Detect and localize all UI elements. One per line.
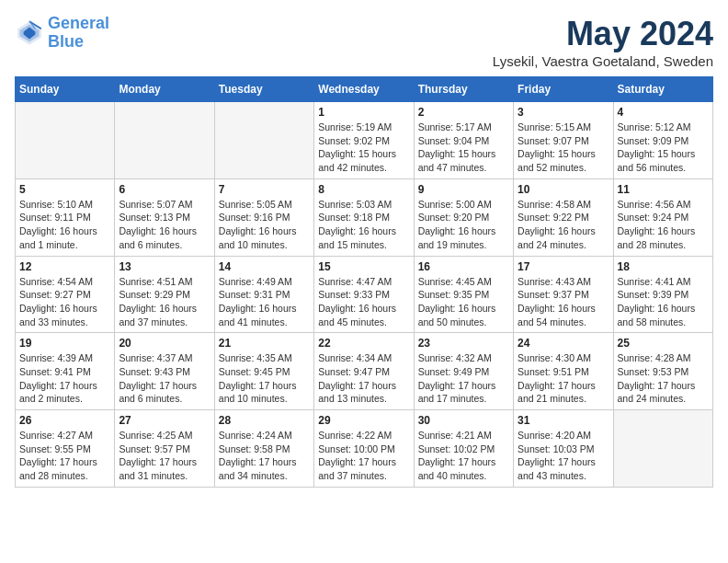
cell-info-text: Sunrise: 4:47 AM Sunset: 9:33 PM Dayligh…	[318, 275, 409, 329]
month-title: May 2024	[493, 15, 713, 53]
cell-info-text: Sunrise: 5:10 AM Sunset: 9:11 PM Dayligh…	[19, 198, 110, 252]
cell-info-text: Sunrise: 4:43 AM Sunset: 9:37 PM Dayligh…	[518, 275, 609, 329]
cell-info-text: Sunrise: 4:24 AM Sunset: 9:58 PM Dayligh…	[219, 429, 310, 483]
cell-date-number: 13	[119, 260, 210, 273]
calendar-cell: 12Sunrise: 4:54 AM Sunset: 9:27 PM Dayli…	[16, 256, 115, 333]
calendar-cell: 11Sunrise: 4:56 AM Sunset: 9:24 PM Dayli…	[613, 178, 712, 256]
cell-date-number: 10	[518, 183, 609, 196]
calendar-cell: 5Sunrise: 5:10 AM Sunset: 9:11 PM Daylig…	[16, 178, 115, 256]
cell-date-number: 9	[418, 183, 509, 196]
calendar-cell: 20Sunrise: 4:37 AM Sunset: 9:43 PM Dayli…	[115, 333, 214, 410]
calendar-cell: 1Sunrise: 5:19 AM Sunset: 9:02 PM Daylig…	[314, 102, 414, 179]
calendar-cell: 8Sunrise: 5:03 AM Sunset: 9:18 PM Daylig…	[314, 178, 414, 256]
weekday-header-saturday: Saturday	[613, 77, 712, 102]
cell-info-text: Sunrise: 5:05 AM Sunset: 9:16 PM Dayligh…	[219, 198, 310, 252]
cell-info-text: Sunrise: 4:20 AM Sunset: 10:03 PM Daylig…	[518, 429, 609, 483]
cell-info-text: Sunrise: 4:56 AM Sunset: 9:24 PM Dayligh…	[618, 198, 709, 252]
cell-info-text: Sunrise: 4:37 AM Sunset: 9:43 PM Dayligh…	[119, 351, 210, 406]
cell-info-text: Sunrise: 4:49 AM Sunset: 9:31 PM Dayligh…	[219, 275, 310, 329]
calendar-cell	[214, 102, 313, 179]
cell-date-number: 30	[418, 414, 509, 427]
cell-date-number: 25	[618, 337, 709, 350]
calendar-cell: 17Sunrise: 4:43 AM Sunset: 9:37 PM Dayli…	[514, 256, 613, 333]
cell-info-text: Sunrise: 4:35 AM Sunset: 9:45 PM Dayligh…	[219, 351, 310, 406]
calendar-cell: 13Sunrise: 4:51 AM Sunset: 9:29 PM Dayli…	[115, 256, 214, 333]
cell-date-number: 17	[518, 260, 609, 273]
calendar-week-4: 19Sunrise: 4:39 AM Sunset: 9:41 PM Dayli…	[16, 333, 713, 410]
page-header: General Blue May 2024 Lysekil, Vaestra G…	[15, 15, 713, 69]
cell-date-number: 21	[219, 337, 310, 350]
calendar-week-2: 5Sunrise: 5:10 AM Sunset: 9:11 PM Daylig…	[16, 178, 713, 256]
cell-date-number: 29	[318, 414, 409, 427]
cell-date-number: 7	[219, 183, 310, 196]
cell-date-number: 23	[418, 337, 509, 350]
weekday-header-sunday: Sunday	[16, 77, 115, 102]
cell-date-number: 1	[318, 106, 409, 119]
calendar-cell: 18Sunrise: 4:41 AM Sunset: 9:39 PM Dayli…	[613, 256, 712, 333]
calendar-cell: 22Sunrise: 4:34 AM Sunset: 9:47 PM Dayli…	[314, 333, 414, 410]
cell-info-text: Sunrise: 5:12 AM Sunset: 9:09 PM Dayligh…	[618, 121, 709, 175]
cell-date-number: 19	[19, 337, 110, 350]
calendar-week-1: 1Sunrise: 5:19 AM Sunset: 9:02 PM Daylig…	[16, 102, 713, 179]
cell-date-number: 18	[618, 260, 709, 273]
calendar-cell: 16Sunrise: 4:45 AM Sunset: 9:35 PM Dayli…	[414, 256, 513, 333]
cell-date-number: 16	[418, 260, 509, 273]
calendar-cell: 3Sunrise: 5:15 AM Sunset: 9:07 PM Daylig…	[514, 102, 613, 179]
logo-text: General Blue	[48, 15, 109, 52]
calendar-cell: 6Sunrise: 5:07 AM Sunset: 9:13 PM Daylig…	[115, 178, 214, 256]
cell-info-text: Sunrise: 4:28 AM Sunset: 9:53 PM Dayligh…	[618, 351, 709, 406]
title-block: May 2024 Lysekil, Vaestra Goetaland, Swe…	[493, 15, 713, 69]
weekday-header-monday: Monday	[115, 77, 214, 102]
cell-info-text: Sunrise: 4:39 AM Sunset: 9:41 PM Dayligh…	[19, 351, 110, 406]
cell-info-text: Sunrise: 4:51 AM Sunset: 9:29 PM Dayligh…	[119, 275, 210, 329]
cell-info-text: Sunrise: 4:32 AM Sunset: 9:49 PM Dayligh…	[418, 351, 509, 406]
cell-date-number: 20	[119, 337, 210, 350]
weekday-header-wednesday: Wednesday	[314, 77, 414, 102]
cell-info-text: Sunrise: 5:03 AM Sunset: 9:18 PM Dayligh…	[318, 198, 409, 252]
weekday-header-friday: Friday	[514, 77, 613, 102]
cell-info-text: Sunrise: 5:15 AM Sunset: 9:07 PM Dayligh…	[518, 121, 609, 175]
cell-info-text: Sunrise: 4:25 AM Sunset: 9:57 PM Dayligh…	[119, 429, 210, 483]
cell-date-number: 24	[518, 337, 609, 350]
cell-info-text: Sunrise: 5:19 AM Sunset: 9:02 PM Dayligh…	[318, 121, 409, 175]
cell-info-text: Sunrise: 4:45 AM Sunset: 9:35 PM Dayligh…	[418, 275, 509, 329]
calendar-cell	[613, 410, 712, 488]
calendar-cell: 23Sunrise: 4:32 AM Sunset: 9:49 PM Dayli…	[414, 333, 513, 410]
weekday-header-thursday: Thursday	[414, 77, 513, 102]
calendar-table: SundayMondayTuesdayWednesdayThursdayFrid…	[15, 76, 713, 488]
calendar-cell: 9Sunrise: 5:00 AM Sunset: 9:20 PM Daylig…	[414, 178, 513, 256]
cell-info-text: Sunrise: 4:30 AM Sunset: 9:51 PM Dayligh…	[518, 351, 609, 406]
cell-info-text: Sunrise: 4:22 AM Sunset: 10:00 PM Daylig…	[318, 429, 409, 483]
calendar-cell: 24Sunrise: 4:30 AM Sunset: 9:51 PM Dayli…	[514, 333, 613, 410]
calendar-cell: 15Sunrise: 4:47 AM Sunset: 9:33 PM Dayli…	[314, 256, 414, 333]
calendar-cell: 29Sunrise: 4:22 AM Sunset: 10:00 PM Dayl…	[314, 410, 414, 488]
calendar-week-3: 12Sunrise: 4:54 AM Sunset: 9:27 PM Dayli…	[16, 256, 713, 333]
cell-info-text: Sunrise: 4:27 AM Sunset: 9:55 PM Dayligh…	[19, 429, 110, 483]
logo-icon	[15, 18, 44, 48]
calendar-cell: 10Sunrise: 4:58 AM Sunset: 9:22 PM Dayli…	[514, 178, 613, 256]
calendar-cell: 26Sunrise: 4:27 AM Sunset: 9:55 PM Dayli…	[16, 410, 115, 488]
cell-info-text: Sunrise: 4:21 AM Sunset: 10:02 PM Daylig…	[418, 429, 509, 483]
cell-date-number: 11	[618, 183, 709, 196]
cell-date-number: 4	[618, 106, 709, 119]
cell-date-number: 8	[318, 183, 409, 196]
weekday-header-row: SundayMondayTuesdayWednesdayThursdayFrid…	[16, 77, 713, 102]
cell-date-number: 31	[518, 414, 609, 427]
calendar-week-5: 26Sunrise: 4:27 AM Sunset: 9:55 PM Dayli…	[16, 410, 713, 488]
calendar-cell: 30Sunrise: 4:21 AM Sunset: 10:02 PM Dayl…	[414, 410, 513, 488]
calendar-cell: 25Sunrise: 4:28 AM Sunset: 9:53 PM Dayli…	[613, 333, 712, 410]
calendar-cell: 19Sunrise: 4:39 AM Sunset: 9:41 PM Dayli…	[16, 333, 115, 410]
weekday-header-tuesday: Tuesday	[214, 77, 313, 102]
cell-info-text: Sunrise: 4:34 AM Sunset: 9:47 PM Dayligh…	[318, 351, 409, 406]
calendar-cell: 28Sunrise: 4:24 AM Sunset: 9:58 PM Dayli…	[214, 410, 313, 488]
calendar-cell: 27Sunrise: 4:25 AM Sunset: 9:57 PM Dayli…	[115, 410, 214, 488]
cell-date-number: 2	[418, 106, 509, 119]
calendar-cell	[115, 102, 214, 179]
calendar-cell: 31Sunrise: 4:20 AM Sunset: 10:03 PM Dayl…	[514, 410, 613, 488]
cell-info-text: Sunrise: 4:54 AM Sunset: 9:27 PM Dayligh…	[19, 275, 110, 329]
calendar-cell: 14Sunrise: 4:49 AM Sunset: 9:31 PM Dayli…	[214, 256, 313, 333]
cell-date-number: 15	[318, 260, 409, 273]
cell-date-number: 6	[119, 183, 210, 196]
calendar-cell: 2Sunrise: 5:17 AM Sunset: 9:04 PM Daylig…	[414, 102, 513, 179]
cell-date-number: 3	[518, 106, 609, 119]
